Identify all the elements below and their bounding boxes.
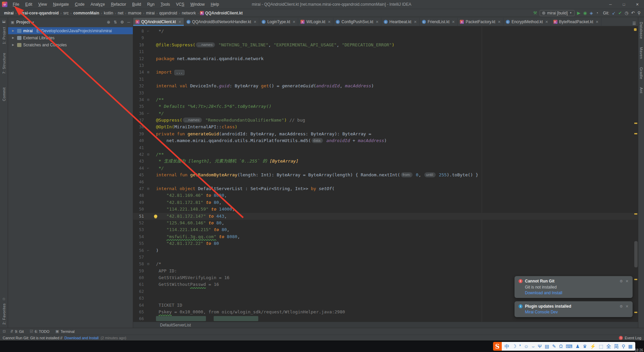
keyboard-icon[interactable]: ⌨ — [566, 344, 572, 349]
code-line[interactable]: 37@Suppress(…names: "RemoveRedundantQual… — [133, 117, 638, 124]
warning-stripe-mark[interactable] — [634, 123, 637, 124]
scrollbar-thumb[interactable] — [634, 241, 638, 267]
tree-item-external-libraries[interactable]: ▶ External Libraries — [8, 34, 133, 41]
breadcrumb-element[interactable]: DefaultServerList — [160, 323, 191, 327]
code-line[interactable]: 32internal val DeviceInfo.guid: ByteArra… — [133, 83, 638, 89]
close-icon[interactable]: ✕ — [545, 20, 548, 24]
quick-icon[interactable]: ⚡ — [590, 344, 596, 349]
toolwindow-button-terminal[interactable]: ▣Terminal — [52, 329, 77, 334]
sidebar-item-favorites[interactable]: 2: Favorites — [2, 303, 6, 324]
breadcrumb-file[interactable]: KQQAndroidClient.kt — [200, 11, 243, 15]
toolbox-icon[interactable]: ▦ — [628, 344, 633, 349]
editor-tab[interactable]: CQQAndroidBotNetworkHandler.kt✕ — [184, 18, 259, 26]
breadcrumb-item[interactable]: qqandroid — [159, 11, 178, 15]
warning-stripe-mark[interactable] — [634, 312, 637, 313]
search-icon[interactable]: ⚲ — [622, 344, 625, 349]
expand-arrow-icon[interactable]: ▶ — [12, 29, 15, 32]
menu-code[interactable]: Code — [72, 1, 87, 8]
intention-bulb-icon[interactable] — [154, 215, 157, 218]
chinese-mode-icon[interactable]: 中 — [504, 344, 509, 349]
gear-icon[interactable]: ⚙ — [620, 279, 623, 283]
close-icon[interactable]: ✕ — [254, 20, 257, 24]
close-icon[interactable]: ✕ — [178, 20, 181, 24]
taskbar-clock[interactable]: 18:26 — [635, 348, 643, 352]
code-line[interactable]: 34⊟/** — [133, 96, 638, 103]
breadcrumb-item[interactable]: network — [181, 11, 197, 15]
editor-tab[interactable]: CConfigPushSvc.kt✕ — [333, 18, 381, 26]
sidebar-item-gradle[interactable]: Gradle — [639, 67, 643, 79]
fold-marker-icon[interactable]: ⊟ — [145, 261, 151, 267]
tree-item-scratches[interactable]: ▶ Scratches and Consoles — [8, 41, 133, 48]
editor-tab[interactable]: KPacketFactory.kt✕ — [458, 18, 503, 26]
warning-stripe-mark[interactable] — [634, 279, 637, 280]
sidebar-item-structure[interactable]: 7: Structure — [2, 53, 6, 74]
run-button[interactable]: ▶ — [577, 10, 581, 15]
profiler-button[interactable]: ◔ — [596, 10, 598, 15]
git-commit-button[interactable]: ✔ — [618, 10, 622, 15]
menu-view[interactable]: View — [36, 1, 50, 8]
code-line[interactable]: 12package net.mamoe.mirai.qqandroid.netw… — [133, 55, 638, 62]
code-line[interactable]: 51 "42.81.172.147" to 443, — [133, 213, 638, 220]
clipboard-icon[interactable]: ▤ — [545, 344, 549, 349]
fullhalf-icon[interactable]: 全 — [606, 344, 611, 349]
code-line[interactable]: 49 "42.81.172.81" to 80, — [133, 199, 638, 206]
warning-stripe-mark[interactable] — [634, 213, 637, 215]
menu-file[interactable]: File — [10, 1, 22, 8]
close-icon[interactable]: ✕ — [626, 279, 629, 283]
notification-cannot-run-git[interactable]: ! Cannot Run Git ⚙✕ Git is not installed… — [515, 276, 633, 298]
notification-plugin-updates[interactable]: i Plugin updates installed ⚙✕ Mirai Cons… — [515, 301, 633, 317]
editor-tab[interactable]: KWtLogin.kt✕ — [298, 18, 333, 26]
code-line[interactable]: 59 APP ID: — [133, 268, 638, 274]
fold-marker-icon[interactable]: ⊟ — [145, 96, 151, 103]
breadcrumb-item[interactable]: mirai — [145, 11, 155, 15]
collapse-all-icon[interactable]: ⇅ — [114, 20, 117, 25]
expand-arrow-icon[interactable]: ▶ — [12, 36, 15, 39]
toolwindow-button-todo[interactable]: ☑6: TODO — [27, 329, 52, 334]
sidebar-item-ant[interactable]: Ant — [639, 87, 643, 93]
code-line[interactable]: 42⊟/** — [133, 151, 638, 158]
locate-file-icon[interactable]: ⊕ — [107, 20, 110, 25]
code-line[interactable]: 9 — [133, 35, 638, 41]
code-line[interactable]: 44⌐ */ — [133, 165, 638, 172]
skin-icon[interactable]: ♛ — [583, 344, 587, 349]
close-icon[interactable]: ✕ — [328, 20, 331, 24]
code-line[interactable]: 39private fun generateGuid(androidId: By… — [133, 131, 638, 137]
close-icon[interactable]: ✕ — [376, 20, 379, 24]
emoji-icon[interactable]: ☺ — [524, 344, 529, 349]
editor-tab[interactable]: CEncryptMethod.kt✕ — [503, 18, 551, 26]
moon-icon[interactable]: ☽ — [512, 344, 517, 349]
fold-marker-icon[interactable]: ⌐ — [145, 110, 151, 117]
editor[interactable]: 8⌐ */910@file:Suppress(…names: "NOTHING_… — [133, 26, 638, 322]
menu-tools[interactable]: Tools — [158, 1, 173, 8]
mirai-console-dev-link[interactable]: Mirai Console Dev — [525, 310, 629, 314]
sidebar-item-commit[interactable]: Commit — [2, 87, 6, 101]
debug-button[interactable]: ◉ — [583, 10, 587, 15]
code-line[interactable]: 48 "42.81.169.46" to 8080, — [133, 192, 638, 199]
code-line[interactable]: 35 * Defaults "%4;7t>;28<fc.5*6".toByteA… — [133, 103, 638, 110]
handwrite-icon[interactable]: ✎ — [552, 344, 556, 349]
gear-icon[interactable]: ⚙ — [620, 304, 623, 309]
code-line[interactable]: 33 — [133, 90, 638, 96]
run-configuration-select[interactable]: mirai [build] ▼ — [540, 10, 574, 16]
code-line[interactable]: 10@file:Suppress(…names: "NOTHING_TO_INL… — [133, 42, 638, 48]
code-line[interactable]: 50 "114.221.148.59" to 14000, — [133, 206, 638, 213]
code-line[interactable]: 55 "42.81.172.22" to 80 — [133, 240, 638, 247]
symbol-icon[interactable]: Ω — [559, 344, 562, 349]
download-and-install-link[interactable]: Download and Install — [525, 291, 629, 295]
menu-refactor[interactable]: Refactor — [108, 1, 129, 8]
maximize-button[interactable]: □ — [617, 0, 631, 9]
code-line[interactable]: 41 — [133, 144, 638, 151]
code-line[interactable]: 57 — [133, 254, 638, 261]
breadcrumb-item[interactable]: mirai-core-qqandroid — [17, 11, 59, 15]
code-line[interactable]: 56⌐) — [133, 247, 638, 254]
editor-tab[interactable]: CLoginType.kt✕ — [259, 18, 298, 26]
close-icon[interactable]: ✕ — [498, 20, 501, 24]
history-button[interactable]: ◷ — [625, 10, 628, 15]
sogou-logo-icon[interactable]: S — [493, 342, 502, 351]
event-log-button[interactable]: 1 Event Log — [619, 336, 641, 340]
code-line[interactable]: 43 * 生成长度为 [length], 元素为随机 `0..255` 的 [B… — [133, 158, 638, 165]
code-line[interactable]: 47⊟internal object DefaultServerList : S… — [133, 185, 638, 192]
sidebar-item-database[interactable]: Database — [639, 22, 643, 39]
coverage-button[interactable]: ◈ — [590, 10, 593, 15]
code-line[interactable]: 36⌐ */ — [133, 110, 638, 117]
